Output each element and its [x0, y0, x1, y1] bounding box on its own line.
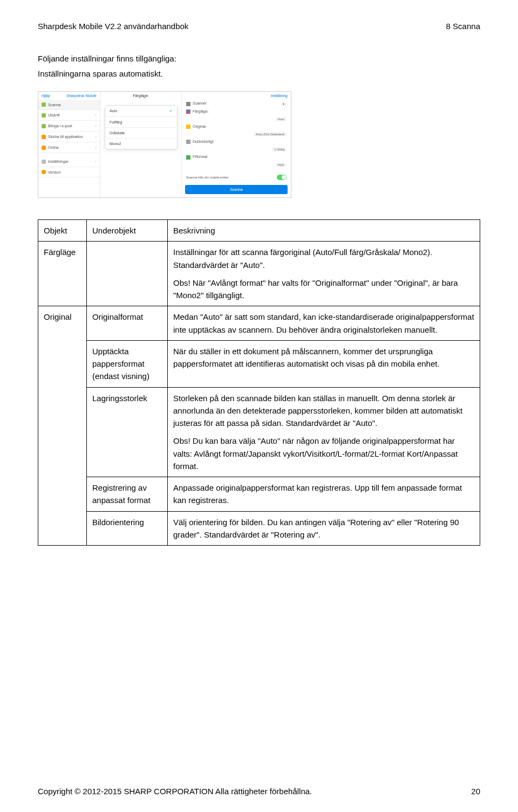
app-screenshot: Hjälp Sharpdesk Mobile Scanna Utskrift ›… [38, 91, 480, 198]
right-row-original[interactable]: Original [182, 123, 291, 130]
mail-icon [42, 124, 46, 128]
table-row: Lagringsstorlek Storleken på den scannad… [38, 387, 480, 477]
dubbel-value[interactable]: 1-Sidig [272, 147, 287, 152]
ss-help-link[interactable]: Hjälp [42, 94, 50, 98]
table-row: Registrering av anpassat format Anpassad… [38, 477, 480, 512]
popup-option-mono2[interactable]: Mono2 [105, 139, 177, 149]
ss-sidebar: Hjälp Sharpdesk Mobile Scanna Utskrift ›… [38, 92, 100, 197]
scan-button[interactable]: Scanna [185, 185, 288, 194]
color-icon [186, 109, 190, 114]
scan-from-mobile-toggle[interactable] [277, 175, 287, 180]
cell-originalformat-sub: Originalformat [87, 306, 168, 341]
sidebar-item-utskrift[interactable]: Utskrift › [38, 110, 100, 121]
ss-right-panel: Inställning Scanner ▾ Färgläge: Auto Ori… [181, 92, 291, 197]
table-row: Bildorientering Välj orientering för bil… [38, 511, 480, 546]
settings-table: Objekt Underobjekt Beskrivning Färgläge … [38, 219, 480, 546]
th-objekt: Objekt [38, 220, 87, 242]
popup-option-fullfarg[interactable]: Fullfärg [105, 117, 177, 128]
farglage-value[interactable]: Auto [276, 117, 287, 121]
scan-icon [42, 102, 46, 107]
sidebar-item-ordna[interactable]: Ordna › [38, 142, 100, 153]
cell-lagring-desc: Storleken på den scannade bilden kan stä… [168, 387, 480, 477]
cell-upptackta-sub: Upptäckta pappersformat (endast visning) [87, 340, 168, 387]
right-row-scanner[interactable]: Scanner ▾ [182, 100, 291, 108]
table-row: Upptäckta pappersformat (endast visning)… [38, 340, 480, 387]
sidebar-item-bifoga[interactable]: Bifoga i e-post › [38, 121, 100, 132]
popup-option-auto[interactable]: Auto ✓ [105, 106, 177, 117]
scanner-icon [186, 102, 190, 106]
intro-line2: Inställningarna sparas automatiskt. [38, 67, 480, 80]
cell-farglage-obj: Färgläge [38, 242, 87, 306]
cell-originalformat-desc: Medan "Auto" är satt som standard, kan i… [168, 306, 480, 341]
cell-bildorientering-desc: Välj orientering för bilden. Du kan anti… [168, 511, 480, 546]
organize-icon [42, 146, 46, 150]
sidebar-item-version[interactable]: Version [38, 167, 100, 177]
th-underobjekt: Underobjekt [87, 220, 168, 242]
cell-upptackta-desc: När du ställer in ett dokument på målsca… [168, 340, 480, 387]
color-mode-popup: Auto ✓ Fullfärg Gråskala Mono2 [105, 105, 178, 149]
cell-farglage-desc: Inställningar för att scanna färgorigina… [168, 242, 480, 306]
send-icon [42, 135, 46, 139]
page-header: Sharpdesk Mobile V2.2 användarhandbok 8 … [38, 22, 480, 31]
cell-lagring-sub: Lagringsstorlek [87, 387, 168, 477]
page-footer: Copyright © 2012-2015 SHARP CORPORATION … [38, 787, 480, 796]
table-row: Original Originalformat Medan "Auto" är … [38, 306, 480, 341]
cell-registrering-desc: Anpassade originalpappersformat kan regi… [168, 477, 480, 512]
cell-bildorientering-sub: Bildorientering [87, 511, 168, 546]
right-row-filformat[interactable]: Filformat [182, 153, 291, 161]
cell-registrering-sub: Registrering av anpassat format [87, 477, 168, 512]
table-row: Färgläge Inställningar för att scanna fä… [38, 242, 480, 306]
info-icon [42, 170, 46, 174]
intro-text: Följande inställningar finns tillgänglig… [38, 52, 480, 80]
scanner-dropdown[interactable]: ▾ [281, 101, 287, 106]
header-right: 8 Scanna [446, 22, 480, 31]
popup-option-graskala[interactable]: Gråskala [105, 128, 177, 139]
th-beskrivning: Beskrivning [168, 220, 480, 242]
original-value[interactable]: Auto (Not Detected) [254, 132, 287, 136]
footer-copyright: Copyright © 2012-2015 SHARP CORPORATION … [38, 787, 312, 796]
ss-middle-title: Färgläge: [100, 92, 181, 100]
ss-middle: Färgläge: Auto ✓ Fullfärg Gråskala Mono2 [100, 92, 181, 197]
cell-original-obj: Original [38, 306, 87, 546]
header-left: Sharpdesk Mobile V2.2 användarhandbok [38, 22, 188, 31]
filformat-value[interactable]: PDF [276, 163, 287, 167]
right-row-scanfrom: Scanna från din mobila enhet. [182, 173, 291, 182]
checkmark-icon: ✓ [169, 109, 173, 113]
duplex-icon [186, 140, 190, 144]
cell-farglage-sub [87, 242, 168, 306]
chevron-right-icon: › [95, 145, 97, 150]
fileformat-icon [186, 155, 190, 160]
right-row-farglage[interactable]: Färgläge: [182, 108, 291, 115]
sidebar-item-skicka[interactable]: Skicka till applikation › [38, 132, 100, 142]
footer-page-number: 20 [471, 787, 480, 796]
chevron-right-icon: › [95, 134, 97, 139]
settings-icon [42, 160, 46, 164]
sidebar-item-installningar[interactable]: Inställningar › [38, 156, 100, 167]
chevron-right-icon: › [95, 159, 97, 164]
intro-line1: Följande inställningar finns tillgänglig… [38, 52, 480, 65]
print-icon [42, 113, 46, 118]
chevron-right-icon: › [95, 113, 97, 118]
sidebar-item-scanna[interactable]: Scanna [38, 100, 100, 110]
ss-app-title: Sharpdesk Mobile [66, 94, 97, 98]
settings-link[interactable]: Inställning [270, 94, 288, 98]
original-icon [186, 125, 190, 129]
table-header-row: Objekt Underobjekt Beskrivning [38, 220, 480, 242]
right-row-dubbel[interactable]: Dubbelsidigt [182, 138, 291, 146]
chevron-right-icon: › [95, 123, 97, 128]
